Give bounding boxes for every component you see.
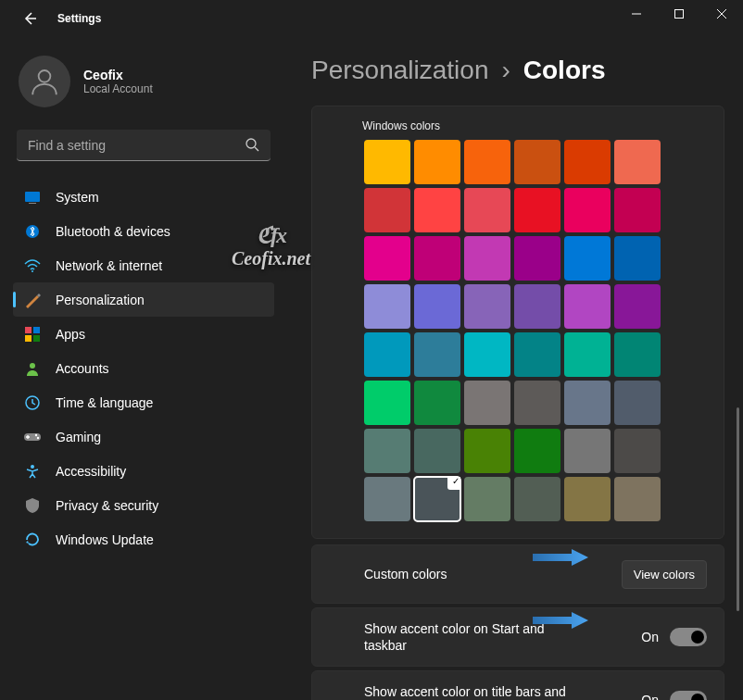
color-swatch[interactable]	[564, 332, 611, 377]
update-icon	[24, 531, 41, 548]
color-swatch[interactable]	[464, 332, 510, 377]
color-swatch[interactable]	[514, 332, 560, 377]
color-swatch[interactable]	[514, 188, 560, 232]
sidebar-item-gaming[interactable]: Gaming	[13, 419, 274, 454]
sidebar-item-time[interactable]: Time & language	[13, 385, 274, 419]
color-swatch[interactable]	[464, 188, 510, 232]
back-button[interactable]	[19, 7, 41, 30]
sidebar-item-network[interactable]: Network & internet	[13, 248, 274, 282]
minimize-button[interactable]	[615, 0, 658, 28]
sidebar-item-accessibility[interactable]: Accessibility	[13, 454, 274, 488]
svg-point-14	[35, 433, 37, 435]
color-swatch[interactable]	[364, 188, 410, 232]
color-swatch[interactable]	[514, 140, 560, 184]
color-swatch[interactable]	[614, 188, 661, 232]
color-swatch[interactable]	[414, 188, 460, 232]
color-swatch[interactable]	[364, 477, 410, 521]
color-swatch[interactable]	[564, 429, 611, 473]
view-colors-button[interactable]: View colors	[622, 560, 707, 589]
user-profile[interactable]: Ceofix Local Account	[13, 46, 274, 130]
color-swatch[interactable]	[364, 332, 410, 377]
checkmark-icon: ✓	[452, 476, 460, 486]
color-swatch[interactable]	[564, 284, 611, 329]
svg-rect-8	[33, 327, 40, 333]
color-swatch[interactable]	[564, 477, 611, 521]
sidebar-item-label: Network & internet	[56, 258, 162, 273]
search-input[interactable]	[17, 130, 271, 161]
color-swatch[interactable]	[364, 284, 410, 329]
user-name: Ceofix	[83, 68, 153, 82]
sidebar-item-update[interactable]: Windows Update	[13, 522, 274, 556]
accent-start-taskbar-row: Show accent color on Start and taskbar O…	[311, 607, 724, 667]
breadcrumb-parent[interactable]: Personalization	[311, 56, 488, 85]
accent-taskbar-toggle[interactable]	[670, 628, 707, 646]
color-swatch[interactable]	[464, 477, 510, 521]
color-swatch[interactable]	[364, 140, 410, 184]
color-swatch[interactable]	[564, 140, 611, 184]
color-swatch[interactable]	[614, 236, 661, 281]
color-swatch[interactable]	[364, 381, 410, 425]
svg-point-11	[30, 363, 35, 369]
scrollbar[interactable]	[737, 407, 739, 611]
sidebar-item-label: System	[56, 190, 99, 205]
svg-rect-0	[675, 10, 684, 19]
color-swatch[interactable]	[514, 284, 560, 329]
sidebar-item-bluetooth[interactable]: Bluetooth & devices	[13, 214, 274, 248]
color-swatch[interactable]	[414, 140, 460, 184]
sidebar-item-label: Accounts	[56, 361, 109, 376]
color-swatch[interactable]	[414, 332, 460, 377]
color-swatch[interactable]	[564, 381, 611, 425]
color-swatch[interactable]	[364, 429, 410, 473]
sidebar-item-label: Bluetooth & devices	[56, 224, 170, 239]
color-swatch[interactable]	[414, 284, 460, 329]
color-swatch[interactable]	[564, 188, 611, 232]
sidebar-item-system[interactable]: System	[13, 180, 274, 214]
color-swatch[interactable]	[364, 236, 410, 281]
svg-point-16	[31, 465, 34, 469]
color-swatch[interactable]	[514, 477, 560, 521]
sidebar-item-label: Privacy & security	[56, 498, 158, 513]
sidebar-item-apps[interactable]: Apps	[13, 317, 274, 351]
color-swatch[interactable]	[464, 381, 510, 425]
custom-colors-label: Custom colors	[364, 566, 447, 582]
color-swatch[interactable]	[414, 381, 460, 425]
color-swatch[interactable]	[614, 140, 661, 184]
color-swatch[interactable]	[464, 236, 510, 281]
sidebar-item-label: Gaming	[56, 430, 101, 444]
sidebar-item-privacy[interactable]: Privacy & security	[13, 488, 274, 522]
accent-titlebar-toggle[interactable]	[670, 691, 707, 700]
svg-point-2	[246, 139, 256, 148]
breadcrumb: Personalization › Colors	[311, 56, 724, 85]
sidebar-item-accounts[interactable]: Accounts	[13, 351, 274, 385]
color-swatch[interactable]	[614, 332, 661, 377]
color-swatch[interactable]: ✓	[414, 477, 460, 521]
accent-titlebar-state: On	[641, 693, 659, 700]
network-icon	[24, 257, 41, 274]
color-swatch[interactable]	[464, 284, 510, 329]
breadcrumb-current: Colors	[523, 56, 606, 85]
sidebar-item-label: Time & language	[56, 395, 153, 410]
color-swatch[interactable]	[614, 477, 661, 521]
sidebar-item-label: Personalization	[56, 293, 145, 307]
color-swatch[interactable]	[414, 236, 460, 281]
system-icon	[24, 189, 41, 206]
color-swatch[interactable]	[614, 429, 661, 473]
color-swatch[interactable]	[464, 429, 510, 473]
sidebar-item-personalization[interactable]: Personalization	[13, 282, 274, 317]
color-swatch[interactable]	[514, 236, 560, 281]
window-title: Settings	[57, 12, 101, 25]
svg-rect-3	[25, 192, 40, 202]
avatar	[19, 56, 70, 107]
color-swatch[interactable]	[614, 284, 661, 329]
accounts-icon	[24, 360, 41, 377]
sidebar-item-label: Windows Update	[56, 532, 154, 547]
color-swatch[interactable]	[564, 236, 611, 281]
color-swatch[interactable]	[514, 381, 560, 425]
color-swatch[interactable]	[414, 429, 460, 473]
close-button[interactable]	[700, 0, 743, 28]
color-swatch[interactable]	[514, 429, 560, 473]
color-swatch[interactable]	[464, 140, 510, 184]
color-swatch[interactable]	[614, 381, 661, 425]
svg-rect-4	[29, 203, 36, 204]
maximize-button[interactable]	[658, 0, 700, 28]
